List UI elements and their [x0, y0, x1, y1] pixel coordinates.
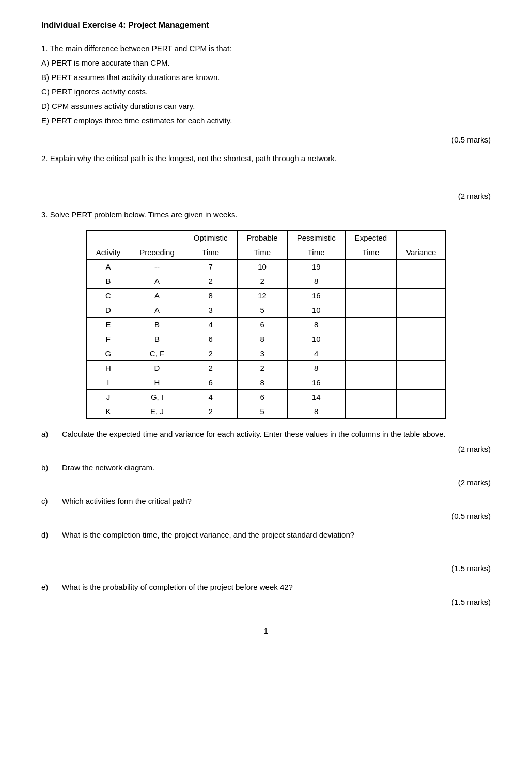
table-cell: 6 [184, 375, 237, 390]
table-row: FB6810 [86, 332, 446, 346]
q1-text: 1. The main difference between PERT and … [41, 42, 491, 55]
table-cell: C [86, 289, 130, 303]
table-cell: G, I [130, 390, 184, 404]
table-cell [397, 274, 446, 289]
table-row: BA228 [86, 274, 446, 289]
table-cell: D [86, 303, 130, 318]
sub-e-marks: (1.5 marks) [41, 597, 491, 606]
table-row: CA81216 [86, 289, 446, 303]
table-cell: H [86, 361, 130, 375]
table-cell: -- [130, 260, 184, 274]
col-pess-time: Pessimistic [287, 231, 345, 245]
table-cell: 16 [287, 375, 345, 390]
sub-e-text: What is the probability of completion of… [62, 581, 491, 593]
table-cell [397, 289, 446, 303]
table-cell: 8 [237, 375, 287, 390]
col-preceding: Preceding [130, 231, 184, 260]
sub-a-text: Calculate the expected time and variance… [62, 428, 491, 440]
table-cell: 3 [184, 303, 237, 318]
table-cell: 8 [287, 361, 345, 375]
q1-option-d: D) CPM assumes activity durations can va… [41, 100, 491, 113]
table-cell: 4 [184, 390, 237, 404]
q1-option-e: E) PERT employs three time estimates for… [41, 115, 491, 127]
col-activity: Activity [86, 231, 130, 260]
table-row: DA3510 [86, 303, 446, 318]
table-cell: 10 [287, 332, 345, 346]
table-cell: 6 [237, 390, 287, 404]
table-cell: 8 [184, 289, 237, 303]
table-cell: 8 [237, 332, 287, 346]
table-row: KE, J258 [86, 404, 446, 419]
table-cell: G [86, 346, 130, 361]
q1-marks: (0.5 marks) [41, 135, 491, 144]
col-exp-time: Expected [345, 231, 397, 245]
table-cell: I [86, 375, 130, 390]
table-cell [397, 332, 446, 346]
q2-marks: (2 marks) [41, 192, 491, 200]
table-cell: E, J [130, 404, 184, 419]
q2-text: 2. Explain why the critical path is the … [41, 152, 491, 165]
pert-table-wrapper: Activity Preceding Optimistic Probable P… [41, 230, 491, 419]
q1-option-b: B) PERT assumes that activity durations … [41, 71, 491, 84]
col-opt-time-sub: Time [184, 245, 237, 260]
table-cell [397, 404, 446, 419]
sub-c-marks: (0.5 marks) [41, 512, 491, 520]
table-cell: 2 [184, 361, 237, 375]
sub-b-label: b) [41, 462, 62, 474]
col-variance: Variance [397, 231, 446, 260]
table-cell [397, 361, 446, 375]
sub-c-text: Which activities form the critical path? [62, 495, 491, 508]
table-cell [397, 375, 446, 390]
table-cell: B [130, 318, 184, 332]
table-cell [345, 375, 397, 390]
sub-a: a) Calculate the expected time and varia… [41, 428, 491, 440]
table-cell [345, 260, 397, 274]
table-cell: 10 [237, 260, 287, 274]
table-cell [397, 318, 446, 332]
table-cell: 6 [237, 318, 287, 332]
table-cell: 2 [184, 404, 237, 419]
table-cell: 4 [287, 346, 345, 361]
col-exp-time-sub: Time [345, 245, 397, 260]
q3-intro: 3. Solve PERT problem below. Times are g… [41, 209, 491, 221]
table-cell: 6 [184, 332, 237, 346]
table-cell: A [86, 260, 130, 274]
question-3: 3. Solve PERT problem below. Times are g… [41, 209, 491, 606]
table-cell: 2 [184, 346, 237, 361]
table-cell: J [86, 390, 130, 404]
table-cell: H [130, 375, 184, 390]
table-cell [345, 274, 397, 289]
sub-c: c) Which activities form the critical pa… [41, 495, 491, 508]
question-2: 2. Explain why the critical path is the … [41, 152, 491, 165]
table-cell: B [130, 332, 184, 346]
table-cell [345, 332, 397, 346]
table-row: EB468 [86, 318, 446, 332]
sub-a-marks: (2 marks) [41, 445, 491, 453]
table-cell [345, 390, 397, 404]
table-cell [397, 303, 446, 318]
table-cell [345, 318, 397, 332]
table-cell: 7 [184, 260, 237, 274]
col-opt-time: Optimistic [184, 231, 237, 245]
page-number: 1 [41, 627, 491, 635]
sub-d-marks: (1.5 marks) [41, 564, 491, 573]
table-row: A--71019 [86, 260, 446, 274]
question-1: 1. The main difference between PERT and … [41, 42, 491, 127]
table-cell: 8 [287, 274, 345, 289]
table-cell: 12 [237, 289, 287, 303]
table-cell: 4 [184, 318, 237, 332]
sub-d-text: What is the completion time, the project… [62, 529, 491, 541]
table-row: IH6816 [86, 375, 446, 390]
pert-table: Activity Preceding Optimistic Probable P… [86, 230, 446, 419]
sub-b: b) Draw the network diagram. [41, 462, 491, 474]
table-cell: 5 [237, 404, 287, 419]
table-cell: F [86, 332, 130, 346]
table-cell: A [130, 303, 184, 318]
table-cell: 3 [237, 346, 287, 361]
sub-b-marks: (2 marks) [41, 478, 491, 487]
table-row: JG, I4614 [86, 390, 446, 404]
table-cell [345, 346, 397, 361]
sub-e-label: e) [41, 581, 62, 593]
table-cell: B [86, 274, 130, 289]
table-cell: 8 [287, 318, 345, 332]
